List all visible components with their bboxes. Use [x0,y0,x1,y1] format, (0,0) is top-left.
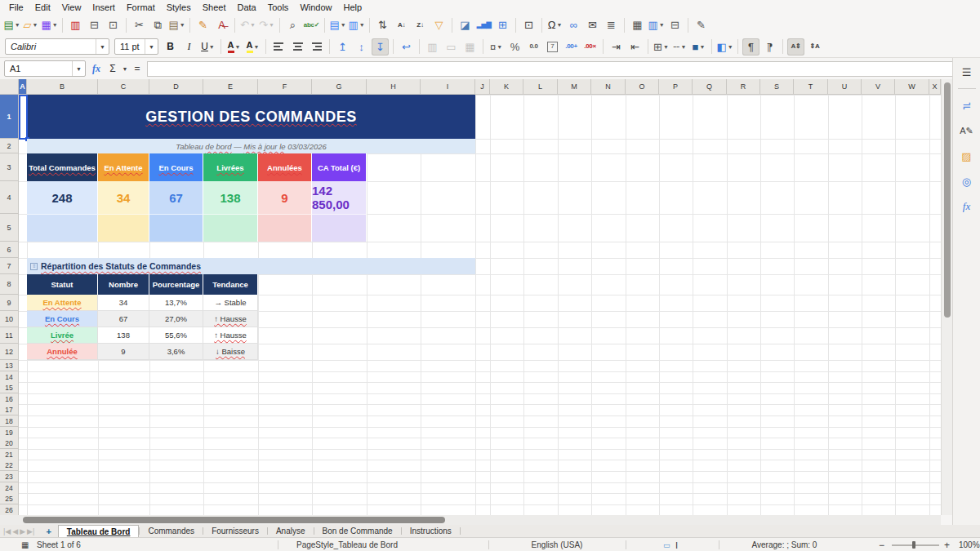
format-percent-icon[interactable]: % [506,38,523,56]
previous-sheet-icon[interactable]: ◀ [12,527,18,535]
menu-tools[interactable]: Tools [262,2,295,13]
gallery-icon[interactable]: ▨ [958,147,976,165]
row-header-23[interactable]: 23 [0,471,19,482]
column-header-E[interactable]: E [203,79,258,95]
row-header-18[interactable]: 18 [0,415,19,427]
row-header-1[interactable]: 1 [0,95,19,139]
row-header-4[interactable]: 4 [0,181,19,214]
properties-icon[interactable]: ≓ [958,96,976,114]
menu-styles[interactable]: Styles [161,2,197,13]
row-header-5[interactable]: 5 [0,214,19,242]
export-pdf-icon[interactable]: ▥ [67,16,84,33]
freeze-rows-columns-icon[interactable]: ▥▼ [648,16,665,33]
column-header-D[interactable]: D [149,79,203,95]
border-style-icon[interactable]: ╌▼ [671,38,688,56]
font-name-combo[interactable]: Calibri ▼ [5,38,109,55]
kpi-header-6[interactable]: CA Total (€) [312,153,367,181]
sort-icon[interactable]: ⇅ [374,16,391,33]
sheet-tab-instructions[interactable]: Instructions [402,525,460,537]
navigator-icon[interactable]: ◎ [958,172,976,190]
kpi-pale-cell-6[interactable] [312,214,367,242]
row-header-7[interactable]: 7 [0,258,19,274]
table-row-2-pourcentage[interactable]: 27,0% [149,311,203,327]
column-header-K[interactable]: K [490,79,523,95]
table-row-3-tendance[interactable]: ↑ Hausse [203,327,258,344]
increase-indent-icon[interactable]: ⇥ [608,38,625,56]
align-bottom-icon[interactable]: ↧ [372,38,389,56]
sheet-tab-bon-de-commande[interactable]: Bon de Commande [314,525,401,537]
insert-row-icon[interactable]: ▤▼ [329,16,346,33]
column-header-G[interactable]: G [312,79,367,95]
draw-functions-icon[interactable]: ✎ [693,16,710,33]
kpi-value-4[interactable]: 138 [203,181,258,214]
row-header-8[interactable]: 8 [0,274,19,295]
row-header-2[interactable]: 2 [0,139,19,153]
row-header-25[interactable]: 25 [0,493,19,504]
column-header-R[interactable]: R [727,79,760,95]
align-left-icon[interactable] [270,38,287,56]
zoom-in-button[interactable]: + [944,538,950,551]
new-document-icon[interactable]: ▤▼ [3,16,20,33]
zoom-out-button[interactable]: − [879,538,884,551]
table-row-4-nombre[interactable]: 9 [98,344,149,360]
chevron-down-icon[interactable]: ▼ [72,61,85,76]
column-header-J[interactable]: J [475,79,490,95]
menu-view[interactable]: View [56,2,87,13]
column-header-O[interactable]: O [626,79,659,95]
align-right-icon[interactable] [308,38,325,56]
text-orientation-horizontal-icon[interactable]: A⇕ [787,38,804,56]
sheet-tab-fournisseurs[interactable]: Fournisseurs [203,525,267,537]
redo-icon[interactable]: ↷▼ [258,16,275,33]
table-header-pourcentage[interactable]: Pourcentage [149,274,203,295]
hyperlink-icon[interactable]: ∞ [565,16,582,33]
format-date-icon[interactable]: 7 [544,38,561,56]
underline-icon[interactable]: U▼ [199,38,216,56]
horizontal-scrollbar-thumb[interactable] [23,517,445,523]
sort-descending-icon[interactable]: Z↓ [412,16,429,33]
table-row-1-tendance[interactable]: → Stable [203,295,258,311]
text-direction-rtl-icon[interactable]: ¶ [761,38,778,56]
chevron-down-icon[interactable]: ▼ [96,39,109,54]
last-sheet-icon[interactable]: ▶| [27,527,34,535]
menu-edit[interactable]: Edit [29,2,56,13]
delete-decimal-icon[interactable]: .00× [581,38,599,56]
row-header-11[interactable]: 11 [0,327,19,344]
column-header-V[interactable]: V [862,79,895,95]
split-window-icon[interactable]: ⊟ [666,16,684,33]
function-wizard-icon[interactable]: fx [88,60,105,77]
row-header-17[interactable]: 17 [0,404,19,415]
add-decimal-icon[interactable]: .00+ [563,38,580,56]
font-color-icon[interactable]: A▼ [225,38,243,56]
styles-icon[interactable]: A✎ [958,122,976,140]
kpi-pale-cell-1[interactable] [27,214,98,242]
table-header-nombre[interactable]: Nombre [98,274,149,295]
sum-dropdown-icon[interactable]: ▼ [121,60,129,77]
row-header-10[interactable]: 10 [0,311,19,327]
table-row-2-statut[interactable]: En Cours [27,311,98,327]
table-row-2-tendance[interactable]: ↑ Hausse [203,311,258,327]
column-header-U[interactable]: U [828,79,862,95]
row-header-26[interactable]: 26 [0,504,19,515]
kpi-pale-cell-2[interactable] [98,214,149,242]
section-title-cell[interactable]: ⠿Répartition des Statuts de Commandes [27,258,475,274]
insert-object-icon[interactable]: ⊡ [520,16,537,33]
autofilter-icon[interactable]: ▽ [430,16,448,33]
kpi-header-2[interactable]: En Attente [98,153,149,181]
copy-icon[interactable]: ⧉ [149,16,167,33]
row-header-16[interactable]: 16 [0,393,19,405]
row-header-15[interactable]: 15 [0,382,19,393]
merge-center-cells-icon[interactable]: ▥ [424,38,441,56]
kpi-value-3[interactable]: 67 [149,181,203,214]
kpi-value-6[interactable]: 142 850,00 [312,181,367,214]
align-top-icon[interactable]: ↥ [334,38,351,56]
sort-ascending-icon[interactable]: A↓ [393,16,410,33]
row-header-21[interactable]: 21 [0,449,19,460]
italic-icon[interactable]: I [180,38,198,56]
pivot-table-icon[interactable]: ⊞ [494,16,511,33]
column-header-N[interactable]: N [591,79,626,95]
menu-file[interactable]: File [3,2,29,13]
add-sheet-button[interactable]: + [39,525,57,537]
sheet-tab-commandes[interactable]: Commandes [140,525,203,537]
column-header-T[interactable]: T [794,79,828,95]
table-row-1-pourcentage[interactable]: 13,7% [149,295,203,311]
